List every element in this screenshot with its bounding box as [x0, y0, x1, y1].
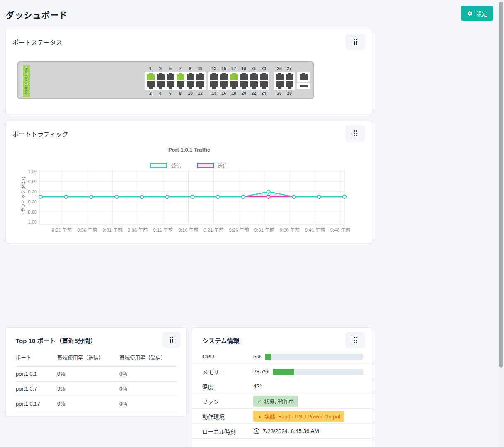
page-title: ダッシュボード: [6, 8, 68, 21]
port-28: [286, 81, 293, 87]
card-port-status-title: ポートステータス: [12, 38, 62, 46]
port-21: [250, 74, 258, 80]
port-number: 19: [239, 66, 249, 71]
svg-text:9:06 午前: 9:06 午前: [128, 227, 148, 232]
port-number: 5: [165, 66, 175, 71]
port-7: [177, 74, 184, 80]
port-number: 6: [165, 91, 175, 96]
svg-text:0.60: 0.60: [28, 210, 37, 215]
svg-text:0.60: 0.60: [28, 179, 37, 184]
svg-text:0.20: 0.20: [28, 199, 37, 204]
extra-ports: [297, 65, 310, 89]
local-time: 7/23/2024, 8:45:36 AM: [253, 428, 319, 435]
local-time-text: 7/23/2024, 8:45:36 AM: [263, 428, 319, 434]
drag-handle-button[interactable]: [162, 332, 180, 348]
top10-table: ポート帯域使用率（送信）帯域使用率（受信） port1.0.10%0%port1…: [16, 349, 177, 411]
port-24: [260, 81, 268, 87]
system-row: 温度42°: [192, 379, 373, 394]
port-3: [157, 74, 165, 80]
legend-label: 受信: [171, 162, 181, 169]
svg-text:9:21 午前: 9:21 午前: [204, 227, 224, 232]
port-number: 14: [209, 91, 219, 96]
usage-cell: 0%: [119, 396, 177, 411]
svg-text:9:01 午前: 9:01 午前: [102, 227, 123, 232]
progress-value: 23.7%: [253, 368, 269, 375]
switch-ports: 1357911246810121315171921231416182022242…: [145, 65, 310, 97]
switch-faceplate: GS980MX/28PSm 13579112468101213151719212…: [17, 61, 314, 99]
port-block: [274, 72, 295, 90]
port-numbers-bottom: 141618202224: [209, 90, 269, 97]
progress-bar: [273, 369, 363, 375]
usage-cell: 0%: [57, 396, 119, 411]
status-badge-ok: ✓状態: 動作中: [253, 396, 298, 407]
port-number: 10: [185, 91, 195, 96]
drag-handle-button[interactable]: [345, 332, 365, 348]
port-number: 28: [284, 91, 294, 96]
port-6: [167, 81, 174, 87]
text-value: 42°: [253, 383, 262, 389]
port-number: 16: [219, 91, 229, 96]
drag-handle-button[interactable]: [345, 125, 365, 142]
svg-text:9:41 午前: 9:41 午前: [305, 227, 325, 232]
top10-header: ポート: [16, 349, 57, 367]
card-top10-ports: Top 10 ポート（直近5分間） ポート帯域使用率（送信）帯域使用率（受信） …: [5, 327, 187, 416]
status-badge-text: 状態: 動作中: [264, 397, 294, 405]
svg-text:1.00: 1.00: [28, 169, 37, 174]
clock-icon: [253, 428, 260, 435]
scrollbar-track[interactable]: [499, 0, 504, 447]
system-row-value: 7/23/2024, 8:45:36 AM: [253, 428, 363, 435]
svg-text:0.20: 0.20: [28, 189, 37, 194]
port-number: 18: [229, 91, 239, 96]
port-numbers-bottom: 2628: [274, 90, 294, 97]
port-8: [177, 81, 184, 87]
port-block: [208, 72, 269, 90]
uplink-port-block: [297, 72, 310, 82]
system-row-label: メモリー: [202, 367, 253, 376]
settings-button[interactable]: 設定: [461, 6, 493, 21]
port-19: [240, 74, 248, 80]
card-port-traffic: ポートトラフィック Port 1.0.1 Traffic 受信送信 1.000.…: [5, 121, 372, 243]
progress-value: 6%: [253, 353, 262, 360]
scrollbar-thumb[interactable]: [499, 2, 503, 368]
port-number: 12: [195, 91, 205, 96]
system-row-label: 動作環境: [202, 412, 253, 420]
svg-text:8:56 午前: 8:56 午前: [77, 227, 97, 232]
svg-text:1.00: 1.00: [28, 220, 37, 225]
top10-body: port1.0.10%0%port1.0.70%0%port1.0.170%0%: [16, 367, 177, 411]
system-info-rows: CPU6%メモリー23.7%温度42°ファン✓状態: 動作中動作環境▲状態: F…: [192, 349, 373, 439]
system-row: 動作環境▲状態: Fault - PSU Power Output: [192, 409, 373, 424]
system-row-label: ローカル時刻: [202, 427, 253, 435]
traffic-chart: 1.000.600.200.200.601.008:51 午前8:56 午前9:…: [6, 169, 373, 235]
port-16: [220, 81, 228, 87]
usage-cell: 0%: [119, 367, 177, 382]
port-numbers-top: 1357911: [145, 65, 205, 72]
port-group: 131517192123141618202224: [208, 65, 269, 97]
top10-header: 帯域使用率（送信）: [57, 349, 119, 367]
port-number: 15: [219, 66, 229, 71]
progress-fill: [273, 369, 294, 375]
status-badge-text: 状態: Fault - PSU Power Output: [264, 412, 341, 420]
legend-swatch: [150, 163, 167, 168]
system-row-value: 23.7%: [253, 368, 363, 375]
chart-title: Port 1.0.1 Traffic: [6, 147, 373, 153]
dashboard-page: ダッシュボード 設定 ポートステータス GS980MX/28PSm 135791…: [0, 0, 504, 447]
port-23: [260, 74, 268, 80]
port-number: 11: [195, 66, 205, 71]
port-2: [147, 81, 155, 87]
table-row: port1.0.70%0%: [16, 382, 177, 396]
check-icon: ✓: [257, 399, 262, 404]
top10-header-row: ポート帯域使用率（送信）帯域使用率（受信）: [16, 349, 177, 367]
port-27: [286, 74, 293, 80]
port-block: [145, 72, 206, 90]
svg-text:8:51 午前: 8:51 午前: [52, 227, 72, 232]
port-number: 25: [274, 66, 284, 71]
drag-handle-icon: [170, 337, 173, 343]
system-row-label: 温度: [202, 382, 253, 391]
usage-cell: 0%: [57, 367, 119, 382]
svg-text:トラフィック(Mb/s): トラフィック(Mb/s): [21, 177, 26, 217]
port-12: [196, 81, 204, 87]
drag-handle-button[interactable]: [345, 34, 365, 50]
port-number: 20: [239, 91, 249, 96]
card-port-traffic-title: ポートトラフィック: [12, 129, 68, 138]
port-4: [157, 81, 165, 87]
